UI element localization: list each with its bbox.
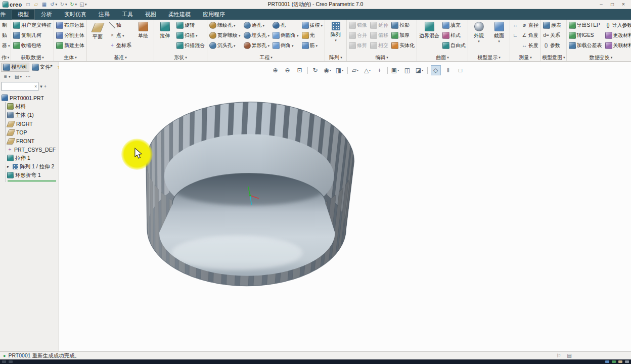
- ribbon-group-label-body[interactable]: 主体▾: [55, 54, 85, 61]
- pause-icon[interactable]: ‖: [444, 66, 453, 75]
- clear-search-icon[interactable]: ×: [34, 84, 37, 89]
- ribbon-group-label-shapes[interactable]: 形状▾: [155, 54, 206, 61]
- ribbon-button-sweep[interactable]: 扫描▾: [175, 30, 206, 40]
- repaint-icon[interactable]: ↻: [311, 66, 320, 75]
- redo-button[interactable]: ↻▾: [59, 2, 67, 8]
- ribbon-button-hole-thru-thread[interactable]: 贯穿螺纹▾: [208, 30, 242, 40]
- close-button[interactable]: ×: [620, 2, 626, 8]
- tab-flexible-modeling[interactable]: 柔性建模: [162, 9, 197, 20]
- tree-item-6[interactable]: +PRT_CSYS_DEF: [7, 145, 59, 154]
- annotation-display-icon[interactable]: △▾: [363, 66, 372, 75]
- tab-applications[interactable]: 应用程序: [197, 9, 231, 20]
- tab-live-simulation[interactable]: 实时仿真: [58, 9, 93, 20]
- ribbon-button-offset[interactable]: 偏移: [369, 30, 389, 40]
- zoom-out-icon[interactable]: ⊖: [283, 66, 292, 75]
- shading-icon[interactable]: ◉▾: [323, 66, 332, 75]
- ribbon-button-measure-report[interactable]: ∟: [511, 30, 519, 40]
- save-button[interactable]: ▦: [41, 2, 47, 8]
- ribbon-button-appearance[interactable]: 外观▾: [469, 20, 488, 52]
- select-box-icon[interactable]: ◇: [431, 65, 441, 75]
- ribbon-button-shrinkwrap[interactable]: 收缩包络: [12, 40, 53, 51]
- ribbon-button-export-step[interactable]: 导出STEP: [568, 20, 603, 30]
- ribbon-button-export-iges[interactable]: 转IGES: [568, 30, 603, 40]
- ribbon-button-project[interactable]: 投影: [390, 20, 416, 30]
- ribbon-group-label-model-display[interactable]: 模型显示▾: [469, 54, 509, 61]
- ribbon-button-fill[interactable]: 填充: [441, 20, 467, 30]
- ribbon-button-draft[interactable]: 拔模▾: [301, 20, 324, 30]
- insert-here-indicator[interactable]: [8, 180, 56, 181]
- zoom-in-icon[interactable]: ⊕: [271, 66, 280, 75]
- flag-icon[interactable]: ⚐: [556, 353, 562, 359]
- ribbon-group-label-model-intent[interactable]: 模型意图▾: [542, 54, 565, 61]
- open-file-button[interactable]: ▱: [33, 2, 39, 8]
- ribbon-button-length[interactable]: ↔长度: [520, 40, 539, 51]
- ribbon-button-hole-csink[interactable]: 埋头孔▾: [243, 30, 271, 40]
- tree-options-button[interactable]: ⋯: [25, 74, 31, 80]
- ribbon-button-hole-custom[interactable]: 异形孔▾: [243, 40, 271, 51]
- tree-filters-button[interactable]: ≡▾: [3, 74, 11, 80]
- ribbon-group-label-datum[interactable]: 基准▾: [88, 54, 153, 61]
- tree-item-2[interactable]: 主体 (1): [7, 111, 59, 119]
- ribbon-button-section[interactable]: 截面▾: [489, 20, 509, 52]
- ribbon-button-parameters[interactable]: ()参数: [542, 40, 562, 51]
- saved-orientations-icon[interactable]: ▣▾: [391, 66, 400, 75]
- tab-tools[interactable]: 工具: [116, 9, 139, 20]
- ribbon-button-axis[interactable]: 轴: [108, 20, 132, 30]
- ribbon-button-revolve[interactable]: 旋转: [175, 20, 206, 30]
- ribbon-button-mirror[interactable]: 镜像: [348, 20, 368, 30]
- expand-search-icon[interactable]: +: [44, 84, 47, 89]
- tab-view[interactable]: 视图: [139, 9, 162, 20]
- tab-model[interactable]: 模型: [12, 9, 35, 20]
- tab-annotate[interactable]: 注释: [93, 9, 116, 20]
- ribbon-button-sketch[interactable]: 草绘: [133, 20, 153, 52]
- ribbon-button-thicken[interactable]: 加厚: [390, 30, 416, 40]
- tree-search-input[interactable]: [3, 83, 34, 89]
- tree-item-3[interactable]: RIGHT: [7, 119, 59, 128]
- navigator-tab-folder-browser[interactable]: 文件*: [30, 63, 54, 71]
- ribbon-button-angle[interactable]: ∠角度: [520, 30, 539, 40]
- new-file-button[interactable]: □: [25, 2, 31, 8]
- ribbon-button-chamfer[interactable]: 倒角▾: [272, 40, 300, 51]
- ribbon-button-hole-thread[interactable]: 螺纹孔▾: [208, 20, 242, 30]
- ribbon-button-udf[interactable]: 用户定义特征: [12, 20, 53, 30]
- navigator-tab-favorites[interactable]: ★收藏: [55, 63, 59, 71]
- ribbon-button-new-body[interactable]: 新建主体: [55, 40, 85, 51]
- taskbar-item[interactable]: [2, 360, 6, 363]
- ribbon-button-copy-geometry[interactable]: 复制几何: [12, 30, 53, 40]
- display-style-icon[interactable]: ◨▾: [335, 66, 344, 75]
- tree-item-9[interactable]: 环形折弯 1: [7, 171, 59, 179]
- ribbon-button-item[interactable]: 贴: [1, 30, 11, 40]
- ribbon-button-intersect[interactable]: 相交: [369, 40, 389, 51]
- ribbon-button-import-params[interactable]: {}导入参数: [604, 20, 631, 30]
- tree-item-7[interactable]: 拉伸 1: [7, 154, 59, 162]
- ribbon-group-label-data-exchange[interactable]: 数据交换▾: [568, 54, 631, 61]
- tab-analysis[interactable]: 分析: [35, 9, 58, 20]
- ribbon-button-diameter[interactable]: ⌀直径: [520, 20, 539, 30]
- ribbon-button-rib[interactable]: 筋▾: [301, 40, 324, 51]
- ribbon-button-style[interactable]: 样式: [441, 30, 467, 40]
- ribbon-group-label-engineering[interactable]: 工程▾: [208, 54, 324, 61]
- tree-item-8[interactable]: ▸阵列 1 / 拉伸 2: [7, 162, 59, 171]
- refit-icon[interactable]: ⊡: [295, 66, 304, 75]
- tree-item-4[interactable]: TOP: [7, 128, 59, 136]
- ribbon-button-hole[interactable]: 孔: [272, 20, 300, 30]
- maximize-button[interactable]: □: [609, 2, 615, 8]
- ribbon-button-point[interactable]: ×点▾: [108, 30, 132, 40]
- graphics-area[interactable]: ⊕⊖⊡↻◉▾◨▾▱▾△▾+▣▾◫◪▾◇‖□: [59, 62, 631, 351]
- ribbon-button-hole-thru[interactable]: 通孔▾: [243, 20, 271, 30]
- ribbon-button-round[interactable]: 倒圆角▾: [272, 30, 300, 40]
- taskbar-tray-item[interactable]: [605, 360, 609, 363]
- regenerate-button[interactable]: ↻▾: [69, 2, 77, 8]
- view-manager-icon[interactable]: ◫: [403, 66, 412, 75]
- ribbon-button-csys[interactable]: +坐标系: [108, 40, 132, 51]
- ribbon-button-extend[interactable]: 延伸: [369, 20, 389, 30]
- ribbon-button-pattern[interactable]: 阵列▾: [326, 20, 345, 52]
- ribbon-button-tolerance-table[interactable]: 加载公差表: [568, 40, 603, 51]
- ribbon-button-item[interactable]: 器▾: [1, 40, 11, 51]
- spin-center-icon[interactable]: +: [375, 66, 384, 75]
- taskbar-tray-item[interactable]: [618, 360, 622, 363]
- tree-columns-button[interactable]: ▤▾: [14, 74, 22, 80]
- ribbon-button-change-material[interactable]: 更改材料: [604, 30, 631, 40]
- minimize-button[interactable]: –: [598, 2, 604, 8]
- taskbar-tray-item[interactable]: [612, 360, 616, 363]
